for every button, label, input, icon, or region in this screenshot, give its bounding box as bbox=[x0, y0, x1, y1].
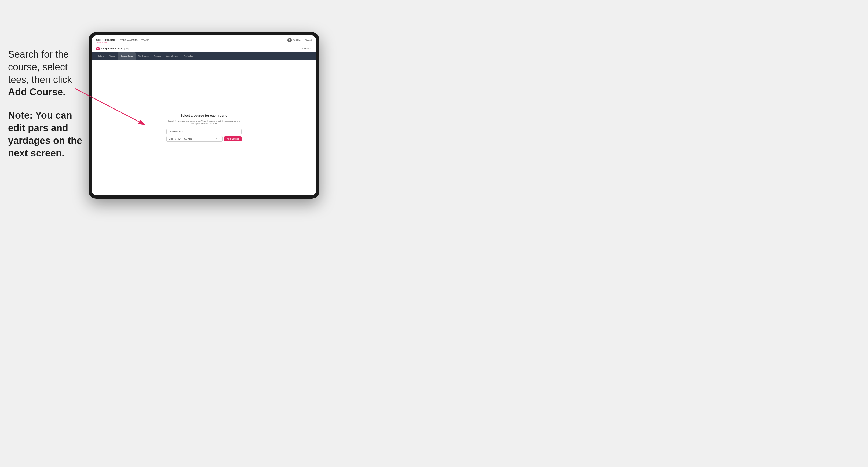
nav-teams[interactable]: TEAMS bbox=[142, 39, 149, 41]
course-selector: Select a course for each round Search fo… bbox=[166, 114, 242, 142]
user-avatar: T bbox=[287, 38, 292, 42]
tournament-title: C Clippd Invitational (Men) bbox=[96, 47, 129, 51]
tablet-screen: SCOREBOARD Powered by clippd TOURNAMENTS… bbox=[92, 35, 316, 195]
tee-select-row: Gold (M) (M) (7010 yds) ✕ ⌃ Add Course bbox=[166, 136, 242, 142]
tee-select-value: Gold (M) (M) (7010 yds) bbox=[169, 138, 192, 140]
tournament-logo: C bbox=[96, 47, 100, 51]
add-course-button[interactable]: Add Course bbox=[224, 136, 242, 142]
nav-tournaments[interactable]: TOURNAMENTS bbox=[120, 39, 138, 41]
tab-printables[interactable]: Printables bbox=[181, 52, 195, 60]
tab-tee-groups[interactable]: Tee Groups bbox=[135, 52, 151, 60]
tab-teams[interactable]: Teams bbox=[106, 52, 118, 60]
tee-select-dropdown[interactable]: Gold (M) (M) (7010 yds) ✕ ⌃ bbox=[166, 136, 222, 142]
instruction-text: Search for the course, select tees, then… bbox=[8, 48, 86, 98]
top-nav-right: T Test User | Sign out bbox=[287, 38, 312, 42]
tab-leaderboards[interactable]: Leaderboards bbox=[163, 52, 181, 60]
cancel-x-icon: ✕ bbox=[310, 48, 312, 50]
top-nav-links: TOURNAMENTS TEAMS bbox=[120, 39, 287, 41]
tee-select-controls: ✕ ⌃ bbox=[216, 138, 220, 140]
cancel-button[interactable]: Cancel ✕ bbox=[303, 48, 312, 50]
nav-separator: | bbox=[303, 39, 303, 41]
tournament-header: C Clippd Invitational (Men) Cancel ✕ bbox=[92, 45, 316, 52]
course-search-input[interactable] bbox=[166, 129, 242, 134]
instructions-panel: Search for the course, select tees, then… bbox=[8, 48, 86, 170]
note-text: Note: You can edit pars and yardages on … bbox=[8, 109, 86, 159]
tee-clear-icon[interactable]: ✕ bbox=[216, 138, 217, 140]
user-name: Test User bbox=[293, 39, 302, 41]
main-content: Select a course for each round Search fo… bbox=[92, 60, 316, 195]
top-nav: SCOREBOARD Powered by clippd TOURNAMENTS… bbox=[92, 35, 316, 45]
tab-results[interactable]: Results bbox=[151, 52, 163, 60]
tab-course-setup[interactable]: Course Setup bbox=[118, 52, 135, 60]
course-selector-title: Select a course for each round bbox=[166, 114, 242, 118]
tournament-name: Clippd Invitational bbox=[101, 47, 122, 50]
course-selector-description: Search for a course and select a tee. Yo… bbox=[166, 120, 242, 125]
tab-details[interactable]: Details bbox=[95, 52, 106, 60]
tablet-frame: SCOREBOARD Powered by clippd TOURNAMENTS… bbox=[89, 32, 319, 198]
tee-chevron-icon: ⌃ bbox=[218, 138, 220, 140]
tournament-gender: (Men) bbox=[124, 48, 129, 50]
logo-sub: Powered by clippd bbox=[96, 42, 115, 43]
tab-nav: Details Teams Course Setup Tee Groups Re… bbox=[92, 52, 316, 60]
logo-text: SCOREBOARD bbox=[96, 39, 115, 41]
sign-out-link[interactable]: Sign out bbox=[305, 39, 312, 41]
logo-area: SCOREBOARD Powered by clippd bbox=[96, 37, 115, 43]
